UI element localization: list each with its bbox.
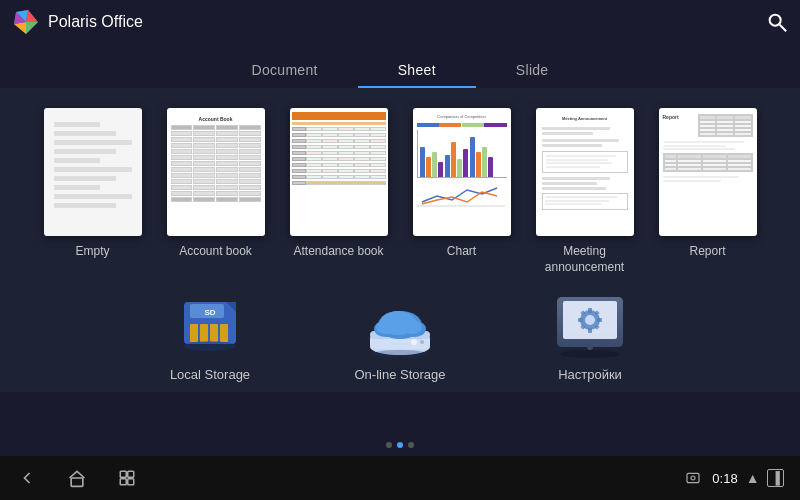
template-thumb-empty	[44, 108, 142, 236]
online-storage-item[interactable]: On-line Storage	[345, 291, 455, 382]
cloud-drive-icon	[362, 293, 438, 359]
template-label-chart: Chart	[447, 244, 476, 260]
svg-marker-4	[14, 22, 26, 34]
screenshot-icon	[682, 467, 704, 489]
dot-2	[397, 442, 403, 448]
dot-3	[408, 442, 414, 448]
time-display: 0:18	[712, 471, 737, 486]
template-thumb-report: Report	[659, 108, 757, 236]
svg-rect-47	[128, 471, 134, 477]
template-label-attendance: Attendance book	[293, 244, 383, 260]
svg-point-25	[376, 320, 396, 334]
template-label-account: Account book	[179, 244, 252, 260]
svg-rect-48	[120, 479, 126, 485]
template-chart[interactable]: Comparison of Competition	[409, 108, 514, 260]
svg-rect-49	[128, 479, 134, 485]
svg-text:SD: SD	[204, 308, 215, 317]
local-storage-item[interactable]: SD Local Storage	[155, 291, 265, 382]
wifi-icon: ▲	[746, 470, 760, 486]
svg-point-6	[770, 15, 781, 26]
app-logo-area: Polaris Office	[12, 8, 143, 36]
svg-point-44	[560, 350, 620, 358]
recent-apps-button[interactable]	[116, 467, 138, 489]
svg-line-7	[780, 25, 786, 31]
page-indicator	[386, 442, 414, 448]
settings-icon-wrap	[550, 291, 630, 361]
storage-row: SD Local Storage	[0, 275, 800, 382]
template-label-report: Report	[689, 244, 725, 260]
top-bar: Polaris Office	[0, 0, 800, 44]
svg-point-29	[372, 350, 428, 358]
svg-rect-37	[578, 318, 583, 322]
settings-item[interactable]: Настройки	[535, 291, 645, 382]
svg-rect-14	[220, 324, 228, 342]
sd-card-icon: SD	[174, 294, 246, 358]
back-button[interactable]	[16, 467, 38, 489]
template-attendance-book[interactable]: Attendance book	[286, 108, 391, 260]
svg-point-27	[411, 339, 417, 345]
bottom-nav-left	[16, 467, 138, 489]
svg-rect-38	[597, 318, 602, 322]
svg-rect-46	[120, 471, 126, 477]
home-button[interactable]	[66, 467, 88, 489]
svg-point-26	[402, 320, 422, 334]
main-content: Empty Account Book	[0, 88, 800, 392]
online-storage-label: On-line Storage	[354, 367, 445, 382]
template-meeting[interactable]: Meeting Announcement	[532, 108, 637, 275]
battery-icon: ▐	[767, 469, 784, 487]
settings-tablet-icon	[553, 293, 627, 359]
svg-rect-36	[588, 328, 592, 333]
templates-row: Empty Account Book	[0, 108, 800, 275]
svg-rect-11	[190, 324, 198, 342]
online-storage-icon-wrap	[360, 291, 440, 361]
app-title: Polaris Office	[48, 13, 143, 31]
search-button[interactable]	[766, 11, 788, 33]
tab-sheet[interactable]: Sheet	[358, 52, 476, 88]
tab-slide[interactable]: Slide	[476, 52, 589, 88]
app-logo-icon	[12, 8, 40, 36]
dot-1	[386, 442, 392, 448]
svg-point-34	[585, 315, 595, 325]
svg-marker-3	[26, 22, 38, 34]
template-thumb-account: Account Book	[167, 108, 265, 236]
svg-rect-45	[71, 478, 83, 486]
tabs-bar: Document Sheet Slide	[0, 44, 800, 88]
template-empty[interactable]: Empty	[40, 108, 145, 260]
svg-rect-12	[200, 324, 208, 342]
settings-label: Настройки	[558, 367, 622, 382]
svg-point-43	[587, 344, 593, 350]
svg-point-28	[420, 340, 424, 344]
template-report[interactable]: Report	[655, 108, 760, 260]
template-label-empty: Empty	[75, 244, 109, 260]
svg-marker-2	[26, 10, 38, 22]
svg-rect-50	[687, 473, 699, 482]
svg-rect-13	[210, 324, 218, 342]
svg-rect-35	[588, 308, 592, 313]
template-thumb-attendance	[290, 108, 388, 236]
template-label-meeting: Meeting announcement	[545, 244, 624, 275]
local-storage-icon-wrap: SD	[170, 291, 250, 361]
template-account-book[interactable]: Account Book	[163, 108, 268, 260]
bottom-bar: 0:18 ▲ ▐	[0, 456, 800, 500]
svg-point-17	[184, 341, 236, 351]
tab-document[interactable]: Document	[212, 52, 358, 88]
svg-point-51	[691, 476, 695, 480]
bottom-nav-right: 0:18 ▲ ▐	[682, 467, 784, 489]
template-thumb-meeting: Meeting Announcement	[536, 108, 634, 236]
template-thumb-chart: Comparison of Competition	[413, 108, 511, 236]
local-storage-label: Local Storage	[170, 367, 250, 382]
